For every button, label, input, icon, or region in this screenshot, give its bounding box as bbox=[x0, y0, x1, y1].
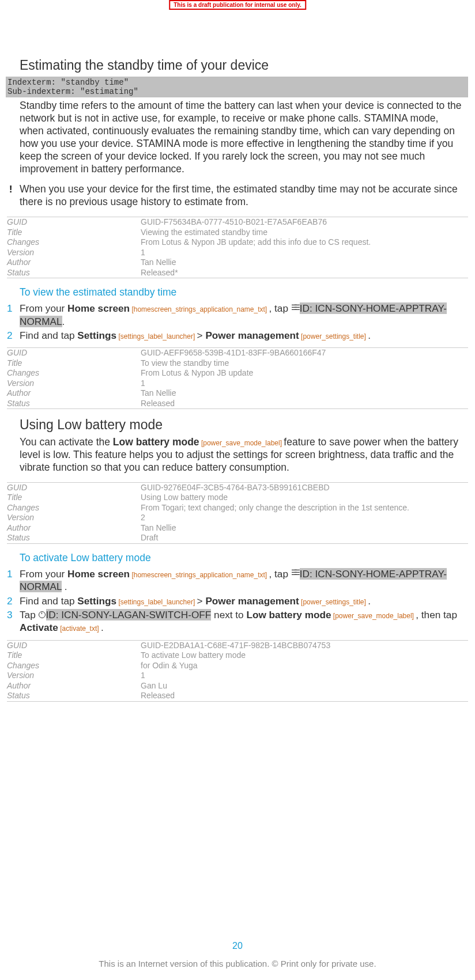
step-body: Find and tap Settings [settings_label_la… bbox=[20, 595, 463, 607]
meta-value: GUID-E2DBA1A1-C68E-471F-982B-14BCBB07475… bbox=[141, 641, 468, 651]
meta-value: From Lotus & Nypon JB update; add this i… bbox=[141, 237, 468, 248]
subheading-view-standby: To view the estimated standby time bbox=[20, 286, 469, 298]
ref-text: [power_save_mode_label] bbox=[199, 439, 284, 447]
meta-value: To view the standby time bbox=[141, 358, 468, 369]
text: From your bbox=[20, 302, 67, 314]
text: Tap bbox=[20, 609, 39, 620]
standby-body: Standby time refers to the amount of tim… bbox=[20, 100, 463, 175]
indexterm-line: Indexterm: "standby time" bbox=[7, 78, 468, 87]
meta-label: Status bbox=[7, 268, 141, 278]
meta-table-2: GUIDGUID-AEFF9658-539B-41D1-83FF-9BA6601… bbox=[7, 347, 468, 409]
text: . bbox=[368, 330, 371, 341]
text: > bbox=[197, 330, 206, 341]
step-number: 2 bbox=[6, 595, 20, 607]
meta-value: Draft bbox=[141, 533, 468, 543]
meta-value: Released* bbox=[141, 268, 468, 278]
meta-label: Title bbox=[7, 493, 141, 503]
meta-label: Version bbox=[7, 671, 141, 681]
meta-value: GUID-F75634BA-0777-4510-B021-E7A5AF6EAB7… bbox=[141, 217, 468, 228]
meta-value: 1 bbox=[141, 671, 468, 681]
note-icon: ! bbox=[9, 184, 12, 195]
step-body: From your Home screen [homescreen_string… bbox=[20, 567, 463, 593]
ref-text: [power_settings_title] bbox=[299, 598, 368, 606]
meta-value: From Lotus & Nypon JB update bbox=[141, 368, 468, 379]
meta-label: Status bbox=[7, 399, 141, 409]
meta-value: Viewing the estimated standby time bbox=[141, 228, 468, 238]
step-number: 1 bbox=[6, 302, 20, 328]
text: , tap bbox=[269, 568, 291, 580]
subheading-activate-lowbattery: To activate Low battery mode bbox=[20, 552, 469, 564]
text: . bbox=[101, 622, 104, 633]
apptray-icon bbox=[291, 570, 299, 578]
settings-label: Settings bbox=[77, 595, 116, 607]
meta-value: 2 bbox=[141, 513, 468, 523]
ref-text: [settings_label_launcher] bbox=[116, 332, 197, 340]
step-3: 3 Tap ID: ICN-SONY-LAGAN-SWITCH-OFF next… bbox=[6, 608, 463, 634]
meta-label: Version bbox=[7, 513, 141, 523]
meta-value: Tan Nellie bbox=[141, 523, 468, 533]
meta-label: Changes bbox=[7, 661, 141, 671]
steps-activate-lowbattery: 1 From your Home screen [homescreen_stri… bbox=[6, 567, 463, 634]
meta-label: Title bbox=[7, 228, 141, 238]
meta-label: Author bbox=[7, 681, 141, 691]
step-2: 2 Find and tap Settings [settings_label_… bbox=[6, 595, 463, 607]
apptray-icon bbox=[291, 305, 299, 313]
ref-text: [activate_txt] bbox=[58, 625, 101, 633]
meta-value: Released bbox=[141, 691, 468, 701]
meta-value: Tan Nellie bbox=[141, 258, 468, 268]
low-battery-mode-label: Low battery mode bbox=[113, 436, 199, 448]
meta-label: Status bbox=[7, 691, 141, 701]
text: > bbox=[197, 595, 206, 607]
step-body: From your Home screen [homescreen_string… bbox=[20, 302, 463, 328]
indexterm-block: Indexterm: "standby time" Sub-indexterm:… bbox=[6, 77, 468, 97]
page-content: Estimating the standby time of your devi… bbox=[0, 0, 475, 702]
meta-value: for Odin & Yuga bbox=[141, 661, 468, 671]
low-battery-mode-label: Low battery mode bbox=[246, 609, 331, 620]
meta-value: Released bbox=[141, 399, 468, 409]
note-text: When you use your device for the first t… bbox=[20, 183, 463, 209]
note-block: ! When you use your device for the first… bbox=[6, 183, 469, 209]
text: , then tap bbox=[416, 609, 457, 620]
steps-view-standby: 1 From your Home screen [homescreen_stri… bbox=[6, 302, 463, 342]
meta-value: 1 bbox=[141, 379, 468, 389]
step-1: 1 From your Home screen [homescreen_stri… bbox=[6, 567, 463, 593]
section-heading-lowbattery: Using Low battery mode bbox=[20, 417, 469, 433]
step-number: 1 bbox=[6, 567, 20, 593]
draft-banner: This is a draft publication for internal… bbox=[169, 0, 306, 10]
home-screen-label: Home screen bbox=[67, 302, 130, 314]
section-heading-standby: Estimating the standby time of your devi… bbox=[20, 58, 469, 73]
meta-label: Author bbox=[7, 258, 141, 268]
meta-label: Title bbox=[7, 358, 141, 369]
text: . bbox=[62, 316, 65, 327]
meta-table-3: GUIDGUID-9276E04F-3CB5-4764-BA73-5B99161… bbox=[7, 482, 468, 544]
meta-value: Tan Nellie bbox=[141, 388, 468, 399]
meta-label: GUID bbox=[7, 641, 141, 651]
meta-value: GUID-AEFF9658-539B-41D1-83FF-9BA660166F4… bbox=[141, 348, 468, 358]
meta-label: Changes bbox=[7, 368, 141, 379]
meta-value: GUID-9276E04F-3CB5-4764-BA73-5B99161CBEB… bbox=[141, 483, 468, 493]
ref-text: [power_save_mode_label] bbox=[331, 612, 416, 620]
icon-id: ID: ICN-SONY-LAGAN-SWITCH-OFF bbox=[46, 609, 212, 620]
step-1: 1 From your Home screen [homescreen_stri… bbox=[6, 302, 463, 328]
meta-label: Version bbox=[7, 379, 141, 389]
meta-value: 1 bbox=[141, 248, 468, 258]
text: . bbox=[62, 581, 67, 592]
text: From your bbox=[20, 568, 67, 580]
meta-label: GUID bbox=[7, 483, 141, 493]
meta-label: Author bbox=[7, 388, 141, 399]
settings-label: Settings bbox=[77, 330, 116, 341]
meta-label: Author bbox=[7, 523, 141, 533]
footer-text: This is an Internet version of this publ… bbox=[0, 959, 475, 968]
ref-text: [homescreen_strings_application_name_txt… bbox=[130, 305, 269, 313]
text: . bbox=[368, 595, 371, 607]
text: next to bbox=[211, 609, 246, 620]
meta-label: Changes bbox=[7, 237, 141, 248]
home-screen-label: Home screen bbox=[67, 568, 130, 580]
text: , tap bbox=[269, 302, 291, 314]
meta-value: Gan Lu bbox=[141, 681, 468, 691]
power-mgmt-label: Power management bbox=[205, 595, 299, 607]
meta-label: GUID bbox=[7, 217, 141, 228]
step-number: 3 bbox=[6, 608, 20, 634]
step-number: 2 bbox=[6, 329, 20, 342]
meta-table-4: GUIDGUID-E2DBA1A1-C68E-471F-982B-14BCBB0… bbox=[7, 640, 468, 702]
